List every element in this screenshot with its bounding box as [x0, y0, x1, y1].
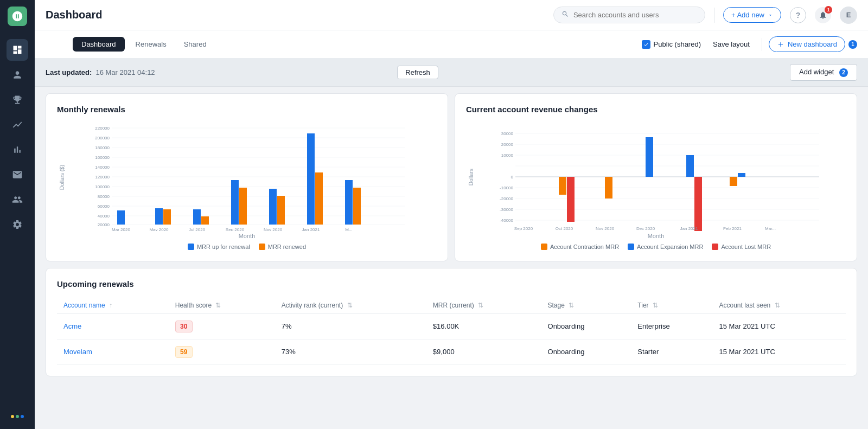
cell-health-0: 30: [169, 313, 275, 339]
logo[interactable]: [8, 7, 27, 26]
legend-item-contraction: Account Contraction MRR: [541, 244, 619, 250]
table-row: Movelam 59 73% $9,000 Onboarding Starter…: [57, 339, 846, 364]
svg-rect-26: [201, 216, 209, 225]
svg-text:160000: 160000: [95, 155, 110, 160]
sidebar-item-bar-chart[interactable]: [7, 139, 28, 161]
sort-icon-tier: ⇅: [653, 302, 658, 309]
revenue-y-label: Dollars: [468, 169, 474, 185]
table-header-row: Account name ↑ Health score ⇅ Activity r…: [57, 297, 846, 314]
notification-badge: 1: [825, 6, 832, 14]
table-row: Acme 30 7% $16.00K Onboarding Enterprise…: [57, 313, 846, 339]
notifications-button[interactable]: 1: [815, 7, 831, 23]
cell-stage-1: Onboarding: [541, 339, 631, 364]
cell-last-seen-0: 15 Mar 2021 UTC: [713, 313, 846, 339]
col-mrr[interactable]: MRR (current) ⇅: [426, 297, 541, 314]
svg-text:80000: 80000: [98, 194, 110, 199]
refresh-button[interactable]: Refresh: [397, 66, 438, 79]
monthly-y-label: Dollars ($): [59, 165, 65, 190]
svg-rect-23: [155, 208, 163, 225]
sidebar-item-dashboard[interactable]: [7, 39, 28, 61]
svg-rect-62: [646, 137, 653, 177]
svg-rect-63: [686, 155, 694, 177]
col-activity-rank[interactable]: Activity rank (current) ⇅: [275, 297, 426, 314]
svg-text:Jul 2020: Jul 2020: [189, 227, 206, 231]
public-shared-label: Public (shared): [654, 40, 701, 48]
svg-text:Dec 2020: Dec 2020: [636, 226, 655, 231]
legend-item-lost: Account Lost MRR: [712, 244, 771, 250]
svg-text:Jan 2021: Jan 2021: [680, 226, 698, 231]
header-divider: [714, 8, 714, 23]
public-shared-checkbox[interactable]: [642, 40, 650, 49]
cell-activity-0: 7%: [275, 313, 426, 339]
cell-account-1[interactable]: Movelam: [57, 339, 169, 364]
add-new-button[interactable]: + Add new: [723, 7, 781, 23]
svg-rect-24: [163, 209, 171, 225]
svg-text:Oct 2020: Oct 2020: [556, 226, 573, 231]
monthly-renewals-chart: 220000 200000 180000 160000 140000 12000…: [69, 123, 437, 231]
sidebar-item-email[interactable]: [7, 164, 28, 185]
svg-text:20000: 20000: [98, 222, 110, 227]
tab-renewals[interactable]: Renewals: [127, 37, 175, 52]
cell-mrr-0: $16.00K: [426, 313, 541, 339]
legend-item-renewal: MRR up for renewal: [188, 244, 250, 250]
content: Last updated: 16 Mar 2021 04:12 Refresh …: [35, 59, 868, 429]
search-input[interactable]: [573, 11, 697, 19]
cell-tier-0: Enterprise: [631, 313, 712, 339]
add-widget-button[interactable]: Add widget 2: [790, 64, 857, 81]
cell-last-seen-1: 15 Mar 2021 UTC: [713, 339, 846, 364]
public-shared-toggle[interactable]: Public (shared): [642, 40, 701, 49]
charts-row: Monthly renewals Dollars ($): [35, 87, 868, 268]
revenue-legend: Account Contraction MRR Account Expansio…: [466, 244, 846, 250]
sidebar-nav: [0, 39, 35, 415]
svg-rect-34: [353, 188, 361, 225]
svg-text:Mar...: Mar...: [765, 226, 776, 231]
sort-icon-account: ↑: [109, 302, 112, 309]
svg-text:M...: M...: [345, 227, 352, 231]
col-last-seen[interactable]: Account last seen ⇅: [713, 297, 846, 314]
svg-rect-27: [231, 180, 239, 225]
col-health-score[interactable]: Health score ⇅: [169, 297, 275, 314]
svg-rect-66: [738, 173, 745, 177]
sidebar-item-users[interactable]: [7, 64, 28, 86]
last-updated-text: Last updated: 16 Mar 2021 04:12: [46, 68, 397, 76]
sub-divider: [762, 38, 762, 51]
svg-rect-65: [730, 177, 737, 186]
svg-text:30000: 30000: [501, 131, 514, 136]
svg-rect-60: [567, 177, 575, 222]
sort-icon-stage: ⇅: [569, 302, 574, 309]
col-stage[interactable]: Stage ⇅: [541, 297, 631, 314]
legend-item-renewed: MRR renewed: [259, 244, 306, 250]
user-avatar[interactable]: E: [840, 7, 857, 24]
svg-text:220000: 220000: [95, 126, 110, 131]
sort-icon-mrr: ⇅: [478, 302, 483, 309]
svg-rect-25: [193, 209, 201, 225]
svg-text:-40000: -40000: [500, 218, 513, 223]
col-account-name[interactable]: Account name ↑: [57, 297, 169, 314]
upcoming-renewals-title: Upcoming renewals: [57, 279, 846, 289]
new-dashboard-button[interactable]: New dashboard: [769, 36, 845, 52]
upcoming-renewals-table: Account name ↑ Health score ⇅ Activity r…: [57, 297, 846, 365]
renewals-table-body: Acme 30 7% $16.00K Onboarding Enterprise…: [57, 313, 846, 364]
svg-text:Feb 2021: Feb 2021: [723, 226, 742, 231]
svg-text:0: 0: [511, 175, 514, 180]
help-button[interactable]: ?: [790, 7, 806, 23]
svg-rect-64: [694, 177, 702, 231]
cell-mrr-1: $9,000: [426, 339, 541, 364]
tab-dashboard[interactable]: Dashboard: [73, 37, 125, 52]
svg-rect-31: [307, 133, 315, 225]
col-tier[interactable]: Tier ⇅: [631, 297, 712, 314]
sidebar: [0, 0, 35, 429]
tab-shared[interactable]: Shared: [175, 37, 215, 52]
svg-rect-28: [239, 188, 247, 225]
sidebar-item-people[interactable]: [7, 189, 28, 210]
sidebar-item-trophy[interactable]: [7, 89, 28, 111]
sort-icon-health: ⇅: [215, 302, 221, 309]
svg-text:20000: 20000: [501, 142, 514, 147]
svg-text:100000: 100000: [95, 184, 110, 189]
svg-text:Sep 2020: Sep 2020: [226, 227, 245, 231]
svg-text:-20000: -20000: [500, 196, 513, 201]
save-layout-button[interactable]: Save layout: [707, 37, 755, 52]
sidebar-item-settings[interactable]: [7, 214, 28, 235]
sidebar-item-chart[interactable]: [7, 114, 28, 136]
cell-account-0[interactable]: Acme: [57, 313, 169, 339]
